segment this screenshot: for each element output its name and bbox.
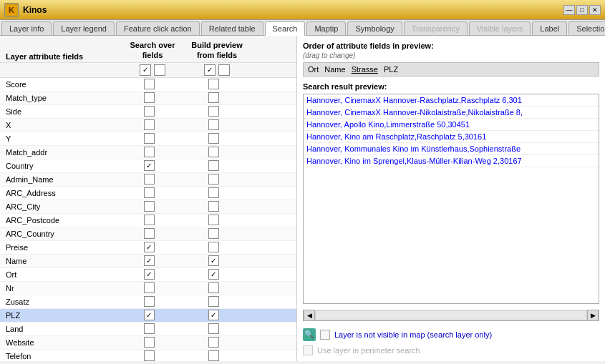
field-search-checkbox[interactable]	[144, 147, 155, 157]
field-search-checkbox[interactable]	[144, 187, 155, 198]
field-row[interactable]: ARC_City	[0, 200, 296, 214]
scroll-right-button[interactable]: ▶	[587, 310, 599, 321]
field-row[interactable]: X	[0, 119, 296, 132]
field-search-checkbox[interactable]	[144, 215, 155, 225]
field-build-checkbox[interactable]	[208, 187, 219, 198]
field-build-checkbox[interactable]	[208, 323, 219, 334]
field-row[interactable]: Score	[0, 78, 296, 92]
field-build-checkboxes	[181, 296, 246, 307]
field-build-checkbox[interactable]	[208, 337, 219, 348]
preview-result-row[interactable]: Hannover, Apollo Kino,Limmerstraße 50,30…	[304, 119, 599, 131]
field-search-checkbox[interactable]	[144, 282, 155, 293]
field-build-checkbox[interactable]	[208, 242, 219, 252]
tab-symbology[interactable]: Symbology	[347, 21, 402, 35]
preview-result-row[interactable]: Hannover, Kino im Sprengel,Klaus-Müller-…	[304, 155, 599, 167]
field-search-checkbox[interactable]	[144, 296, 155, 307]
field-row[interactable]: ARC_Country	[0, 227, 296, 241]
field-row[interactable]: Preise	[0, 241, 296, 255]
field-build-checkbox[interactable]	[208, 133, 219, 144]
field-search-checkbox[interactable]	[144, 310, 155, 320]
order-field-item[interactable]: PLZ	[384, 65, 398, 74]
field-search-checkbox[interactable]	[144, 133, 155, 144]
tab-layer-legend[interactable]: Layer legend	[53, 21, 115, 35]
scroll-track[interactable]	[315, 310, 587, 320]
field-build-checkbox[interactable]	[208, 228, 219, 239]
tab-maptip[interactable]: Maptip	[306, 21, 346, 35]
build-preview-none-checkbox[interactable]	[218, 64, 230, 76]
field-search-checkbox[interactable]	[144, 160, 155, 171]
field-row[interactable]: Nr	[0, 282, 296, 295]
preview-scrollbar[interactable]: ◀ ▶	[303, 310, 599, 321]
scroll-left-button[interactable]: ◀	[304, 310, 315, 321]
field-build-checkbox[interactable]	[208, 147, 219, 157]
field-build-checkbox[interactable]	[208, 350, 219, 361]
field-name-label: Score	[6, 80, 117, 89]
search-over-none-checkbox[interactable]	[154, 64, 165, 76]
field-row[interactable]: Website	[0, 336, 296, 350]
field-search-checkbox[interactable]	[144, 201, 155, 212]
field-row[interactable]: Admin_Name	[0, 173, 296, 187]
field-row[interactable]: Land	[0, 323, 296, 336]
close-button[interactable]: ✕	[589, 5, 601, 15]
field-build-checkbox[interactable]	[208, 269, 219, 280]
field-build-checkboxes	[181, 201, 246, 212]
tab-layer-info[interactable]: Layer info	[1, 21, 52, 35]
field-search-checkbox[interactable]	[144, 174, 155, 185]
field-row[interactable]: Telefon	[0, 350, 296, 361]
tab-label[interactable]: Label	[532, 21, 567, 35]
field-build-checkbox[interactable]	[208, 215, 219, 225]
field-search-checkbox[interactable]	[144, 119, 155, 130]
field-search-checkbox[interactable]	[144, 323, 155, 334]
field-row[interactable]: Side	[0, 105, 296, 119]
order-field-item[interactable]: Strasse	[352, 65, 378, 74]
field-build-checkbox[interactable]	[208, 174, 219, 185]
field-row[interactable]: Country	[0, 159, 296, 173]
minimize-button[interactable]: —	[563, 5, 575, 15]
tab-search[interactable]: Search	[265, 21, 306, 36]
order-field-item[interactable]: Ort	[308, 65, 319, 74]
field-row[interactable]: PLZ	[0, 309, 296, 323]
field-build-checkbox[interactable]	[208, 201, 219, 212]
layer-attr-header: Layer attribute fields	[6, 52, 120, 61]
field-row[interactable]: Name	[0, 255, 296, 268]
tab-feature-click-action[interactable]: Feature click action	[116, 21, 200, 35]
field-row[interactable]: Ort	[0, 268, 296, 282]
field-search-checkbox[interactable]	[144, 255, 155, 266]
field-search-checkbox[interactable]	[144, 269, 155, 280]
field-search-checkbox[interactable]	[144, 350, 155, 361]
field-search-checkbox[interactable]	[144, 228, 155, 239]
field-search-checkbox[interactable]	[144, 242, 155, 252]
field-search-checkbox[interactable]	[144, 337, 155, 348]
field-row[interactable]: ARC_Address	[0, 187, 296, 200]
field-build-checkbox[interactable]	[208, 79, 219, 89]
field-build-checkbox[interactable]	[208, 255, 219, 266]
field-search-checkbox[interactable]	[144, 106, 155, 117]
field-build-checkbox[interactable]	[208, 119, 219, 130]
field-search-checkbox[interactable]	[144, 79, 155, 89]
maximize-button[interactable]: □	[576, 5, 588, 15]
preview-result-row[interactable]: Hannover, CinemaxX Hannover-Nikolaistraß…	[304, 107, 599, 119]
fields-list[interactable]: ScoreMatch_typeSideXYMatch_addrCountryAd…	[0, 78, 296, 361]
field-row[interactable]: Y	[0, 132, 296, 146]
field-row[interactable]: Match_type	[0, 92, 296, 105]
field-search-checkbox[interactable]	[144, 92, 155, 103]
field-build-checkbox[interactable]	[208, 160, 219, 171]
field-build-checkbox[interactable]	[208, 92, 219, 103]
field-build-checkbox[interactable]	[208, 296, 219, 307]
field-row[interactable]: ARC_Postcode	[0, 214, 296, 227]
preview-result-row[interactable]: Hannover, Kommunales Kino im Künstlerhau…	[304, 143, 599, 155]
order-field-item[interactable]: Name	[324, 65, 345, 74]
field-build-checkbox[interactable]	[208, 310, 219, 320]
build-preview-all-checkbox[interactable]	[204, 64, 216, 76]
field-row[interactable]: Match_addr	[0, 146, 296, 159]
tab-selection[interactable]: Selection	[568, 21, 605, 35]
field-row[interactable]: Zusatz	[0, 295, 296, 309]
preview-results: Hannover, CinemaxX Hannover-Raschplatz,R…	[303, 94, 599, 304]
tab-related-table[interactable]: Related table	[201, 21, 263, 35]
preview-result-row[interactable]: Hannover, CinemaxX Hannover-Raschplatz,R…	[304, 94, 599, 107]
field-build-checkbox[interactable]	[208, 106, 219, 117]
field-build-checkbox[interactable]	[208, 282, 219, 293]
layer-visible-checkbox[interactable]	[320, 330, 330, 340]
preview-result-row[interactable]: Hannover, Kino am Raschplatz,Raschplatz …	[304, 131, 599, 143]
search-over-all-checkbox[interactable]	[140, 64, 151, 76]
